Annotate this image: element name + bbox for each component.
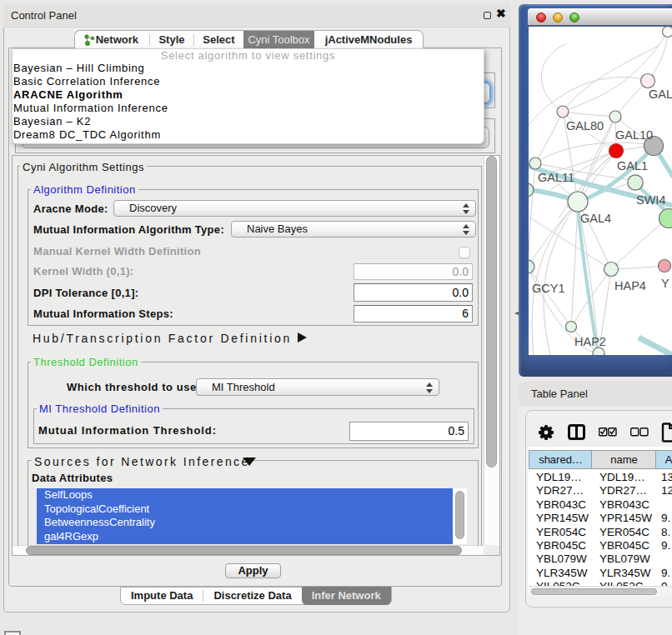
svg-text:GAL1: GAL1 xyxy=(617,159,648,172)
svg-text:GAL10: GAL10 xyxy=(615,128,653,142)
svg-text:GAL11: GAL11 xyxy=(538,171,574,184)
svg-text:GAL: GAL xyxy=(649,88,672,101)
svg-text:SWI4: SWI4 xyxy=(636,193,665,207)
svg-text:Y: Y xyxy=(661,277,669,290)
svg-text:HAP2: HAP2 xyxy=(574,335,606,348)
svg-text:HAP4: HAP4 xyxy=(614,279,646,292)
svg-text:GAL4: GAL4 xyxy=(580,212,611,225)
svg-text:GCY1: GCY1 xyxy=(532,282,565,295)
svg-text:GAL80: GAL80 xyxy=(566,119,604,132)
